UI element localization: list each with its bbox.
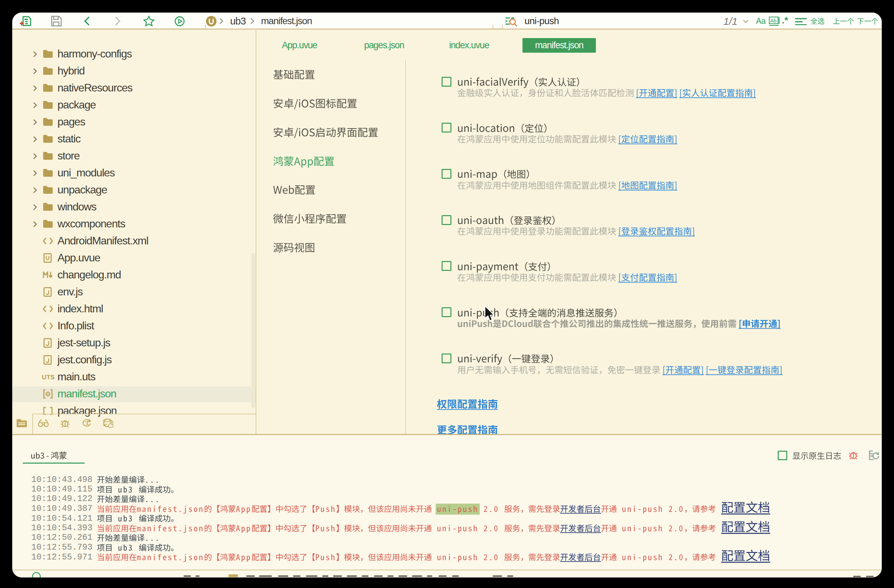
svg-text:Ab: Ab	[770, 18, 776, 23]
